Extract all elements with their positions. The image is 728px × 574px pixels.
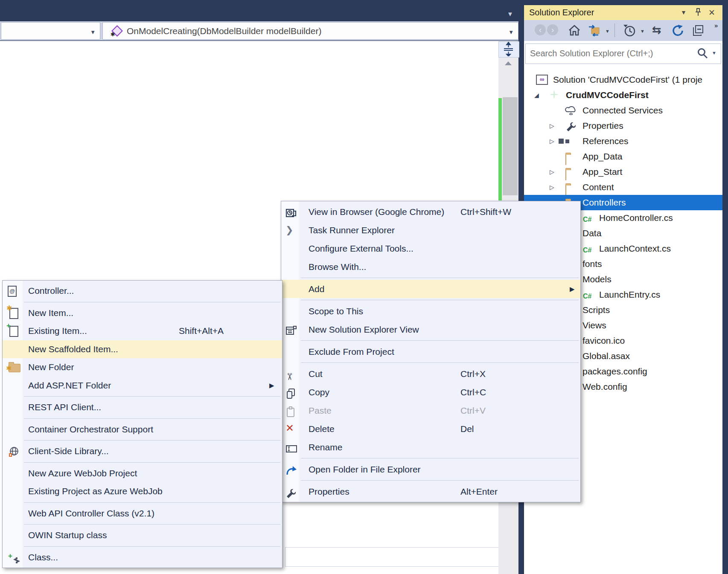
menu-item-add[interactable]: Add ▶ <box>281 280 580 298</box>
search-input[interactable]: Search Solution Explorer (Ctrl+;) ▼ <box>525 43 721 64</box>
folder-icon <box>565 170 566 180</box>
tree-item-label: Properties <box>582 118 623 133</box>
window-position-chevron-down-icon[interactable]: ▼ <box>678 5 689 20</box>
collapse-arrow-icon[interactable]: ▷ <box>550 164 554 180</box>
tree-item-properties[interactable]: ▷ Properties <box>524 118 722 133</box>
tree-item-label: App_Data <box>582 149 622 164</box>
menu-separator <box>301 458 579 458</box>
home-icon[interactable] <box>568 24 580 36</box>
collapse-arrow-icon[interactable]: ▷ <box>550 180 554 195</box>
tree-item-connected-services[interactable]: Connected Services <box>524 103 722 118</box>
menu-item-open-folder-in-file-explorer[interactable]: Open Folder in File Explorer <box>281 460 580 478</box>
tree-item-content[interactable]: ▷ Content <box>524 180 722 195</box>
menu-item-browse-with[interactable]: Browse With... <box>281 258 580 276</box>
menu-item-label: Cut <box>309 365 323 383</box>
editor-split-handle[interactable] <box>498 41 519 58</box>
client-side-globe-icon <box>8 446 20 464</box>
menu-item-new-solution-explorer-view[interactable]: New Solution Explorer View <box>281 320 580 339</box>
menu-item-client-side-library[interactable]: Client-Side Library... <box>3 442 282 461</box>
menu-separator <box>24 302 280 302</box>
tree-item-app-data[interactable]: App_Data <box>524 149 722 164</box>
menu-item-new-item[interactable]: ✱ New Item... <box>3 304 282 322</box>
menu-item-container-orchestrator-support[interactable]: Container Orchestrator Support <box>3 420 282 439</box>
menu-item-new-azure-webjob-project[interactable]: New Azure WebJob Project <box>3 464 282 483</box>
forward-icon[interactable]: › <box>547 24 558 35</box>
menu-separator <box>301 480 579 481</box>
switch-views-icon[interactable]: ⇆ <box>652 24 664 36</box>
menu-item-label: Add <box>309 280 324 298</box>
menu-item-new-scaffolded-item[interactable]: New Scaffolded Item... <box>3 340 282 359</box>
menu-item-label: Copy <box>309 383 329 401</box>
menu-item-label: Paste <box>309 401 332 420</box>
menu-item-copy[interactable]: Copy Ctrl+C <box>281 383 580 401</box>
menu-item-exclude-from-project[interactable]: Exclude From Project <box>281 342 580 361</box>
tree-item-project[interactable]: ◢ CrudMVCCodeFirst <box>524 87 722 103</box>
collapse-all-icon[interactable] <box>692 24 704 36</box>
menu-item-task-runner-explorer[interactable]: ❯ Task Runner Explorer <box>281 221 580 239</box>
menu-item-label: Delete <box>309 420 335 438</box>
tree-item-solution[interactable]: ∞ Solution 'CrudMVCCodeFirst' (1 proje <box>524 72 722 87</box>
toolbar-overflow-icon[interactable]: » <box>714 22 718 29</box>
scrollbar-up-arrow-icon[interactable] <box>505 61 512 65</box>
new-folder-icon: ✱ <box>9 364 20 372</box>
menu-item-shortcut: Ctrl+Shift+W <box>460 203 511 221</box>
tab-overflow-chevron-down-icon[interactable]: ▼ <box>507 10 513 17</box>
menu-separator <box>24 440 280 441</box>
menu-item-add-aspnet-folder[interactable]: Add ASP.NET Folder ▶ <box>3 377 282 395</box>
menu-item-configure-external-tools[interactable]: Configure External Tools... <box>281 239 580 258</box>
new-solution-explorer-view-icon <box>285 324 297 342</box>
menu-item-cut[interactable]: ✂ Cut Ctrl+X <box>281 365 580 383</box>
menu-item-label: REST API Client... <box>28 398 101 417</box>
menu-item-view-in-browser[interactable]: View in Browser (Google Chrome) Ctrl+Shi… <box>281 203 580 221</box>
refresh-icon[interactable] <box>672 24 684 36</box>
menu-item-shortcut: Ctrl+V <box>460 401 486 420</box>
menu-item-rename[interactable]: Rename <box>281 438 580 456</box>
back-icon[interactable]: ‹ <box>535 24 546 35</box>
menu-item-web-api-controller-class[interactable]: Web API Controller Class (v2.1) <box>3 504 282 523</box>
expand-arrow-icon[interactable]: ◢ <box>534 87 539 103</box>
menu-item-new-folder[interactable]: ✱ New Folder <box>3 358 282 377</box>
editor-scrollbar-thumb[interactable] <box>503 97 518 195</box>
tree-item-label: Solution 'CrudMVCCodeFirst' (1 proje <box>553 72 702 87</box>
menu-item-shortcut: Alt+Enter <box>460 482 498 501</box>
chevron-down-icon[interactable]: ▼ <box>640 29 645 34</box>
menu-item-label: Web API Controller Class (v2.1) <box>28 504 154 523</box>
menu-item-label: Class... <box>28 548 58 567</box>
types-dropdown[interactable]: ▼ <box>1 22 100 40</box>
menu-item-scope-to-this[interactable]: Scope to This <box>281 302 580 320</box>
close-icon[interactable]: ✕ <box>707 5 717 20</box>
pending-changes-filter-icon[interactable] <box>623 24 635 36</box>
menu-item-properties[interactable]: Properties Alt+Enter <box>281 482 580 501</box>
menu-item-owin-startup-class[interactable]: OWIN Startup class <box>3 526 282 545</box>
collapse-arrow-icon[interactable]: ▷ <box>550 133 554 149</box>
menu-separator <box>24 502 280 503</box>
menu-item-label: New Scaffolded Item... <box>28 340 118 359</box>
menu-item-delete[interactable]: ✕ Delete Del <box>281 420 580 438</box>
collapse-arrow-icon[interactable]: ▷ <box>550 118 554 133</box>
csharp-file-icon: C# <box>583 289 591 304</box>
pin-icon[interactable] <box>693 5 703 20</box>
editor-horizontal-scrollbar[interactable] <box>285 547 499 567</box>
tree-item-label: favicon.ico <box>582 333 625 348</box>
tree-item-label: Global.asax <box>582 348 630 364</box>
svg-text:+: + <box>8 552 12 560</box>
menu-item-existing-project-as-azure-webjob[interactable]: Existing Project as Azure WebJob <box>3 482 282 501</box>
members-dropdown[interactable]: ✱ OnModelCreating(DbModelBuilder modelBu… <box>102 22 518 40</box>
solution-explorer-title-bar[interactable]: Solution Explorer ▼ ✕ <box>524 5 722 20</box>
tree-item-label: Scripts <box>582 302 610 318</box>
scissors-icon: ✂ <box>280 373 299 380</box>
chevron-down-icon[interactable]: ▼ <box>605 29 610 34</box>
menu-item-existing-item[interactable]: + Existing Item... Shift+Alt+A <box>3 322 282 340</box>
toolbar-separator <box>614 23 615 37</box>
csharp-file-icon: C# <box>583 243 591 258</box>
sync-with-active-document-icon[interactable] <box>588 24 600 36</box>
search-icon[interactable] <box>696 47 708 61</box>
menu-item-rest-api-client[interactable]: REST API Client... <box>3 398 282 417</box>
tree-item-app-start[interactable]: ▷ App_Start <box>524 164 722 180</box>
tree-item-label: App_Start <box>582 164 622 180</box>
tree-item-references[interactable]: ▷ References <box>524 133 722 149</box>
menu-item-controller[interactable]: @ Controller... <box>3 282 282 300</box>
menu-item-class[interactable]: + Class... <box>3 548 282 567</box>
controller-doc-icon: @ <box>8 286 17 297</box>
chevron-down-icon[interactable]: ▼ <box>712 50 716 55</box>
